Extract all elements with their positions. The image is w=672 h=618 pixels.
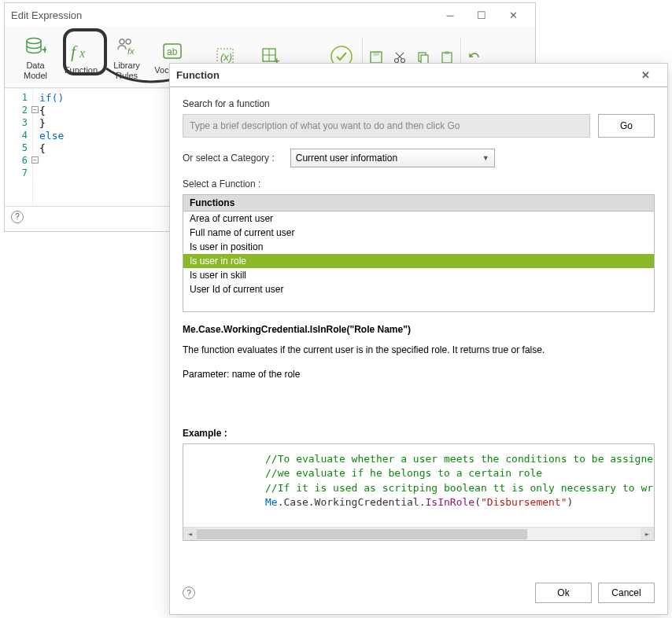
description-block: Me.Case.WorkingCredential.IsInRole("Role… <box>183 322 655 382</box>
ab-icon: ab <box>160 39 185 64</box>
line-gutter: 1 2− 3 4 5 6− 7 <box>5 89 33 206</box>
example-comment: //we evaluate if he belongs to a certain… <box>265 466 643 480</box>
svg-point-19 <box>401 58 405 62</box>
svg-text:ab: ab <box>167 46 178 57</box>
svg-text:x: x <box>79 46 85 60</box>
undo-icon <box>467 50 482 64</box>
svg-rect-23 <box>421 55 428 64</box>
dialog-titlebar: Function ✕ <box>170 64 667 87</box>
maximize-button[interactable]: ☐ <box>466 3 497 27</box>
function-item[interactable]: Area of current user <box>183 212 654 226</box>
help-icon[interactable]: ? <box>11 211 24 223</box>
svg-rect-25 <box>445 51 449 54</box>
svg-text:(x): (x) <box>220 51 232 63</box>
svg-point-0 <box>27 39 41 44</box>
svg-point-18 <box>395 58 399 62</box>
category-label: Or select a Category : <box>183 153 275 164</box>
cancel-button[interactable]: Cancel <box>598 583 655 603</box>
save-icon <box>369 50 383 64</box>
select-function-label: Select a Function : <box>183 178 655 189</box>
function-parameter: Parameter: name of the role <box>183 366 655 382</box>
example-comment: //If it is used as scritping boolean tt … <box>265 481 643 495</box>
data-model-button[interactable]: + Data Model <box>13 30 58 85</box>
function-item[interactable]: Is user in position <box>183 240 654 254</box>
copy-icon <box>416 50 430 64</box>
code-line: if() <box>39 92 64 104</box>
svg-point-5 <box>126 39 131 44</box>
dialog-footer: ? Ok Cancel <box>183 576 655 603</box>
example-code-line: Me.Case.WorkingCredential.IsInRole("Disb… <box>265 495 643 509</box>
help-icon[interactable]: ? <box>183 587 195 599</box>
function-list[interactable]: Functions Area of current user Full name… <box>183 194 655 312</box>
search-label: Search for a function <box>183 98 655 109</box>
svg-text:+: + <box>42 43 46 56</box>
main-titlebar: Edit Expression ─ ☐ ✕ <box>5 3 535 27</box>
example-box: //To evaluate whether a user meets the c… <box>183 443 655 541</box>
search-placeholder: Type a brief description of what you wan… <box>190 120 460 131</box>
function-item-selected[interactable]: Is user in role <box>183 254 654 268</box>
go-button[interactable]: Go <box>598 114 655 138</box>
toolbar-label: Library Rules <box>113 61 140 79</box>
function-item[interactable]: Is user in skill <box>183 268 654 282</box>
function-button[interactable]: fx Function <box>58 30 104 85</box>
people-fx-icon: fx <box>114 34 139 59</box>
function-description: The function evaluates if the current us… <box>183 342 655 358</box>
search-input[interactable]: Type a brief description of what you wan… <box>183 114 590 138</box>
chevron-down-icon: ▼ <box>482 154 489 162</box>
fx-icon: fx <box>68 39 94 64</box>
example-comment: //To evaluate whether a user meets the c… <box>265 452 643 466</box>
close-button[interactable]: ✕ <box>497 3 529 27</box>
library-rules-button[interactable]: fx Library Rules <box>104 30 150 85</box>
dialog-close-button[interactable]: ✕ <box>630 64 661 87</box>
horizontal-scrollbar[interactable]: ◄ ► <box>183 527 654 540</box>
scroll-right-icon[interactable]: ► <box>641 528 654 541</box>
function-dialog: Function ✕ Search for a function Type a … <box>169 63 668 615</box>
toolbar-label: Data Model <box>24 61 47 79</box>
scroll-thumb[interactable] <box>197 529 527 539</box>
category-value: Current user information <box>296 153 397 164</box>
svg-text:f: f <box>71 42 78 61</box>
function-signature: Me.Case.WorkingCredential.IsInRole("Role… <box>183 322 655 337</box>
category-select[interactable]: Current user information ▼ <box>290 149 495 167</box>
svg-rect-17 <box>373 52 379 56</box>
main-title: Edit Expression <box>11 9 82 21</box>
toolbar-label: Function <box>65 65 98 75</box>
function-item[interactable]: Full name of current user <box>183 226 654 240</box>
svg-text:fx: fx <box>127 46 135 56</box>
database-icon: + <box>23 34 48 59</box>
example-label: Example : <box>183 428 655 439</box>
code-line: else <box>39 130 64 142</box>
svg-point-4 <box>120 39 124 44</box>
paste-icon <box>440 50 454 64</box>
dialog-title: Function <box>176 69 220 81</box>
scissors-icon <box>393 50 407 64</box>
function-item[interactable]: User Id of current user <box>183 282 654 296</box>
scroll-left-icon[interactable]: ◄ <box>183 528 197 541</box>
ok-button[interactable]: Ok <box>535 583 592 603</box>
functions-header: Functions <box>183 195 654 212</box>
minimize-button[interactable]: ─ <box>434 3 466 27</box>
